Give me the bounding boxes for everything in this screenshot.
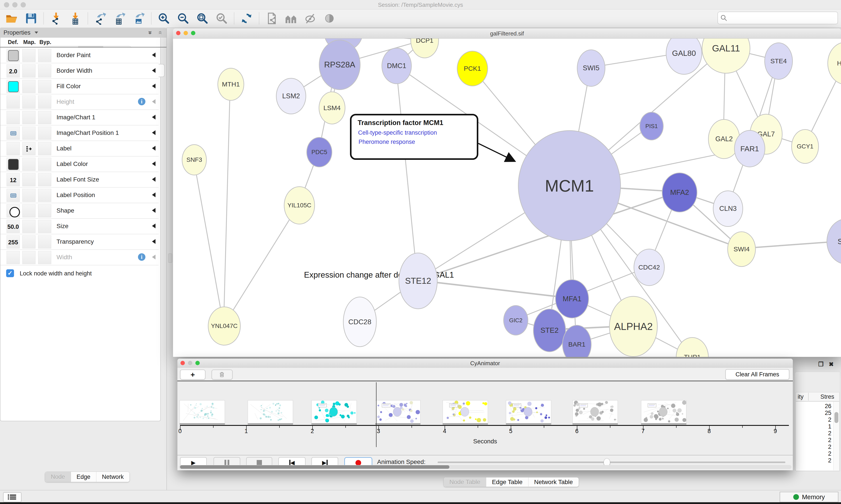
zoom-selected-icon[interactable] [215,12,229,25]
style-property-row-border-width[interactable]: 2.0Border Width [0,63,159,79]
zoom-fit-icon[interactable] [195,12,209,25]
expand-property-icon[interactable] [152,223,156,228]
network-node-yil105c[interactable]: YIL105C [284,186,315,224]
ellipse-shape-icon[interactable] [10,207,20,217]
table-cell-value[interactable]: 2 [805,457,831,464]
expand-all-icon[interactable]: » [147,31,155,35]
network-node-swi4[interactable]: SWI4 [727,231,756,267]
style-property-row-label-font-size[interactable]: 12Label Font Size [0,172,159,187]
timeline-scrollbar[interactable] [179,465,791,469]
expand-property-icon[interactable] [152,146,156,151]
show-graphics-icon[interactable] [322,12,336,25]
expand-property-icon[interactable] [152,68,156,73]
network-window-title-bar[interactable]: galFiltered.sif [173,29,841,38]
position-icon[interactable] [10,192,17,199]
expand-property-icon[interactable] [152,193,156,197]
discrete-mapping-icon[interactable] [25,145,33,152]
annotation-link-1[interactable]: Cell-type-specific transcription [358,129,437,136]
clear-all-frames-button[interactable]: Clear All Frames [726,369,789,380]
import-network-icon[interactable] [49,12,63,25]
table-cell-value[interactable]: 26 [805,403,831,410]
frame-thumbnail-3[interactable] [311,400,357,424]
network-node-mfa2[interactable]: MFA2 [662,173,697,212]
lock-size-checkbox[interactable]: ✓ [6,269,14,277]
expand-property-icon[interactable] [152,161,156,166]
delete-frame-button[interactable] [212,370,233,380]
expand-property-icon[interactable] [152,115,156,120]
search-input[interactable] [729,13,835,22]
frame-thumbnail-1[interactable] [180,400,225,424]
network-canvas[interactable]: Expression change after deletion of GAL1… [173,38,841,357]
network-node-cdc42[interactable]: CDC42 [633,249,665,286]
default-value[interactable]: 255 [7,239,19,246]
network-node-ste12[interactable]: STE12 [399,253,437,309]
network-node-swi5[interactable]: SWI5 [577,50,605,87]
style-property-row-label[interactable]: Label [0,141,159,157]
network-node-pck1[interactable]: PCK1 [457,51,488,86]
table-cell-value[interactable]: 2 [805,450,831,457]
style-property-row-label-position[interactable]: Label Position [0,187,159,203]
network-node-snf3[interactable]: SNF3 [182,144,207,175]
expand-property-icon[interactable] [152,53,156,57]
network-node-cdc28[interactable]: CDC28 [343,297,377,347]
annotation-link-2[interactable]: Pheromone response [359,139,415,145]
expand-property-icon[interactable] [152,177,156,182]
default-value[interactable]: 50.0 [7,223,19,230]
frame-thumbnail-4[interactable] [375,400,420,424]
table-cell-value[interactable]: 1 [805,423,831,430]
network-node-far1[interactable]: FAR1 [734,130,765,167]
mcm1-annotation-box[interactable]: Transcription factor MCM1 Cell-type-spec… [350,114,478,160]
save-session-icon[interactable] [24,12,38,25]
tab-network-table[interactable]: Network Table [528,478,579,487]
default-value[interactable]: 12 [7,177,19,184]
frame-thumbnail-6[interactable] [506,400,551,424]
style-property-row-height[interactable]: Heighti [0,94,159,110]
network-node-gcy1[interactable]: GCY1 [791,129,819,164]
style-property-row-size[interactable]: 50.0Size [0,219,159,234]
table-scrollbar[interactable] [833,401,839,470]
network-node-mfa1[interactable]: MFA1 [555,280,589,318]
zoom-out-icon[interactable] [176,12,190,25]
table-cell-value[interactable]: 2 [805,444,831,450]
expand-property-icon[interactable] [152,255,156,259]
network-node-cln3[interactable]: CLN3 [713,191,743,227]
expand-property-icon[interactable] [152,208,156,213]
tab-edge-table[interactable]: Edge Table [486,478,528,487]
search-box[interactable] [717,12,838,24]
network-node-ynl047c[interactable]: YNL047C [208,307,241,345]
zoom-in-icon[interactable] [157,12,171,25]
style-property-row-image-chart-1[interactable]: Image/Chart 1 [0,110,159,125]
close-table-panel-icon[interactable]: ✖ [829,361,834,368]
open-session-folder-icon[interactable] [5,12,19,25]
add-frame-button[interactable]: + [180,370,205,380]
style-property-row-border-paint[interactable]: Border Paint [0,48,159,63]
properties-header[interactable]: Properties » » [0,28,166,38]
tab-node-table[interactable]: Node Table [444,478,486,487]
cyanimator-title-bar[interactable]: CyAnimator [177,359,793,368]
frame-thumbnail-7[interactable] [572,400,618,424]
expand-property-icon[interactable] [152,99,156,104]
style-property-row-image-chart-position-1[interactable]: Image/Chart Position 1 [0,125,159,141]
expand-property-icon[interactable] [152,84,156,88]
table-cell-value[interactable]: 2 [805,430,831,437]
memory-button[interactable]: Memory [780,492,838,502]
export-image-icon[interactable] [132,12,146,25]
frame-thumbnail-5[interactable] [443,400,488,424]
tab-network-bottom[interactable]: Network [96,472,129,482]
export-network-icon[interactable] [93,12,107,25]
network-node-pis1[interactable]: PIS1 [640,112,664,140]
network-node-rps28a[interactable]: RPS28A [319,40,360,90]
info-icon[interactable]: i [138,253,145,261]
default-value[interactable]: 2.0 [7,68,19,75]
overview-houses-icon[interactable] [284,12,298,25]
table-cell-value[interactable]: 2 [805,437,831,444]
style-property-row-label-color[interactable]: Label Color [0,157,159,172]
import-table-icon[interactable] [68,12,82,25]
network-node-alpha2[interactable]: ALPHA2 [609,296,658,357]
default-value-swatch[interactable] [8,81,19,92]
network-node-ste2[interactable]: STE2 [533,309,566,352]
refresh-layout-icon[interactable] [239,12,254,25]
network-node-ste4[interactable]: STE4 [764,42,793,80]
table-cell-value[interactable]: 25 [805,410,831,416]
table-header[interactable]: ity Stres [796,392,839,401]
